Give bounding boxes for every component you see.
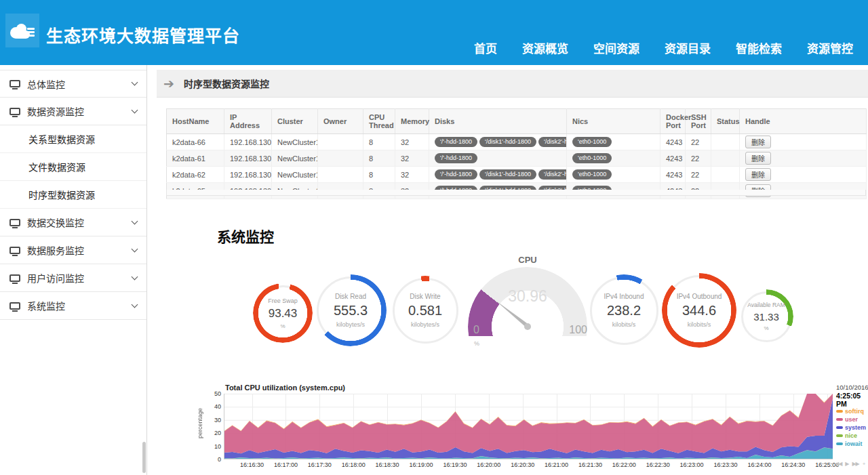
legend-label: iowait bbox=[845, 440, 863, 447]
legend-item-nice[interactable]: nice bbox=[836, 432, 866, 439]
column-header: Nics bbox=[567, 109, 660, 134]
column-header: CPU Thread bbox=[363, 109, 395, 134]
chart-plot-area[interactable] bbox=[224, 394, 833, 459]
monitor-icon bbox=[9, 219, 20, 226]
gauge-available-ram: Available RAM31.33% bbox=[739, 289, 793, 344]
chart-legend: softirqusersystemniceiowait bbox=[836, 407, 866, 449]
chevron-down-icon bbox=[132, 273, 138, 280]
sidebar-item-label: 数据资源监控 bbox=[27, 104, 84, 118]
disks-cell: '/'-hdd-1800'/disk1'-hdd-1800'/disk2'-hd… bbox=[429, 167, 567, 183]
cpu-gauge-value: 30.96 bbox=[468, 287, 587, 306]
gauge-value: 555.3 bbox=[334, 303, 368, 318]
monitor-icon bbox=[9, 274, 20, 282]
legend-item-user[interactable]: user bbox=[836, 416, 866, 423]
y-tick-label: 0 bbox=[203, 456, 221, 463]
table-cell: 32 bbox=[395, 134, 429, 150]
gauge-label: Available RAM bbox=[747, 302, 785, 308]
disk-badge: '/disk1'-hdd-1800 bbox=[479, 169, 536, 180]
legend-item-iowait[interactable]: iowait bbox=[836, 440, 866, 447]
legend-swatch bbox=[836, 418, 843, 421]
top-nav: 首页资源概览空间资源资源目录智能检索资源管控 bbox=[474, 39, 853, 56]
sidebar-item-5[interactable]: 用户访问监控 bbox=[0, 264, 146, 292]
legend-item-softirq[interactable]: softirq bbox=[836, 408, 866, 415]
sidebar-item-1[interactable]: 总体监控 bbox=[0, 70, 146, 98]
table-cell: NewCluster1 bbox=[272, 134, 318, 150]
sidebar-item-2[interactable]: 数据资源监控 bbox=[0, 98, 146, 125]
table-cell bbox=[318, 134, 363, 150]
column-header: IP Address bbox=[224, 109, 272, 134]
top-nav-item-6[interactable]: 资源管控 bbox=[807, 39, 853, 56]
top-nav-item-4[interactable]: 资源目录 bbox=[665, 39, 711, 56]
nics-cell: 'eth0-1000 bbox=[567, 150, 660, 167]
nic-badge: 'eth0-1000 bbox=[572, 169, 612, 180]
app-title: 生态环境大数据管理平台 bbox=[46, 22, 240, 47]
legend-item-system[interactable]: system bbox=[836, 424, 866, 431]
sidebar-item-3[interactable]: 数据交换监控 bbox=[0, 209, 146, 236]
nics-cell: 'eth0-1000 bbox=[567, 167, 660, 183]
legend-swatch bbox=[836, 426, 843, 429]
sidebar-subitem[interactable]: 关系型数据资源 bbox=[0, 125, 146, 153]
disk-badge: '/disk2'-hdd-1800 bbox=[538, 169, 567, 180]
handle-cell: 删除 bbox=[740, 134, 867, 150]
x-tick-label: 16:22:30 bbox=[640, 461, 675, 468]
y-tick-label: 10 bbox=[203, 443, 221, 450]
y-tick-label: 30 bbox=[203, 417, 221, 424]
column-header: HostName bbox=[167, 109, 224, 134]
gauge-text: IPv4 Outbound344.6kilobits/s bbox=[662, 273, 736, 348]
table-cell: 32 bbox=[395, 167, 429, 183]
legend-label: nice bbox=[845, 432, 857, 439]
top-nav-item-5[interactable]: 智能检索 bbox=[736, 39, 782, 56]
sidebar-subitem-label: 关系型数据资源 bbox=[28, 132, 95, 146]
sidebar-item-label: 数据服务监控 bbox=[27, 243, 84, 257]
sidebar-scrollbar[interactable] bbox=[142, 442, 146, 473]
column-header: Status bbox=[711, 109, 740, 134]
area-series-user bbox=[224, 394, 833, 453]
gauge-unit: % bbox=[764, 325, 768, 331]
gauge-text: Free Swap93.43% bbox=[253, 283, 313, 343]
column-header: Disks bbox=[429, 109, 567, 134]
delete-button[interactable]: 删除 bbox=[745, 152, 771, 165]
delete-button[interactable]: 删除 bbox=[745, 136, 771, 148]
table-cell bbox=[711, 134, 740, 150]
gauge-unit: kilobits/s bbox=[612, 321, 636, 328]
delete-button[interactable]: 删除 bbox=[745, 168, 771, 181]
legend-label: system bbox=[845, 424, 866, 431]
monitor-icon bbox=[9, 80, 20, 87]
gauge-unit: kilobytes/s bbox=[411, 321, 439, 328]
monitor-icon bbox=[9, 108, 20, 115]
x-tick-label: 16:19:30 bbox=[437, 461, 473, 468]
top-nav-item-1[interactable]: 首页 bbox=[474, 39, 497, 56]
handle-cell: 删除 bbox=[740, 150, 867, 167]
x-tick-label: 16:20:00 bbox=[471, 461, 507, 468]
gauge-disk-write: Disk Write0.581kilobytes/s bbox=[391, 276, 460, 345]
arrow-right-icon: ➔ bbox=[163, 76, 174, 91]
sidebar-item-6[interactable]: 系统监控 bbox=[0, 292, 146, 320]
disk-badge: '/disk2'-hdd-1800 bbox=[538, 137, 567, 147]
gauge-text: Disk Read555.3kilobytes/s bbox=[315, 274, 387, 346]
sidebar-item-label: 系统监控 bbox=[27, 299, 65, 312]
gauge-label: Free Swap bbox=[268, 297, 298, 304]
top-nav-item-2[interactable]: 资源概览 bbox=[522, 39, 568, 56]
cpu-utilization-chart: Total CPU utilization (system.cpu) perce… bbox=[195, 379, 835, 475]
gauge-ipv4-outbound: IPv4 Outbound344.6kilobits/s bbox=[662, 273, 736, 348]
skip-back-icon[interactable]: ◀◀ bbox=[835, 461, 842, 467]
top-nav-item-3[interactable]: 空间资源 bbox=[593, 39, 639, 56]
gauge-label: IPv4 Outbound bbox=[677, 293, 722, 300]
table-cell bbox=[711, 167, 740, 183]
x-tick-label: 16:21:00 bbox=[539, 461, 574, 468]
play-icon[interactable]: ▶ bbox=[845, 461, 848, 467]
sidebar-subitem[interactable]: 时序型数据资源 bbox=[0, 181, 146, 209]
nic-badge: 'eth0-1000 bbox=[572, 137, 612, 147]
x-tick-label: 16:17:30 bbox=[302, 461, 337, 468]
chart-y-axis-label: percentage bbox=[197, 408, 203, 438]
sidebar-subitem[interactable]: 文件数据资源 bbox=[0, 153, 146, 181]
table-cell: 4243 bbox=[660, 150, 686, 167]
zoom-in-icon[interactable]: + bbox=[863, 461, 865, 467]
monitor-icon bbox=[9, 247, 20, 254]
skip-forward-icon[interactable]: ▶▶ bbox=[852, 461, 859, 467]
table-cell: k2data-66 bbox=[167, 134, 224, 150]
table-cell: 8 bbox=[363, 167, 395, 183]
gauge-value: 31.33 bbox=[753, 311, 779, 323]
sidebar-item-4[interactable]: 数据服务监控 bbox=[0, 236, 146, 264]
x-tick-label: 16:18:30 bbox=[370, 461, 405, 468]
